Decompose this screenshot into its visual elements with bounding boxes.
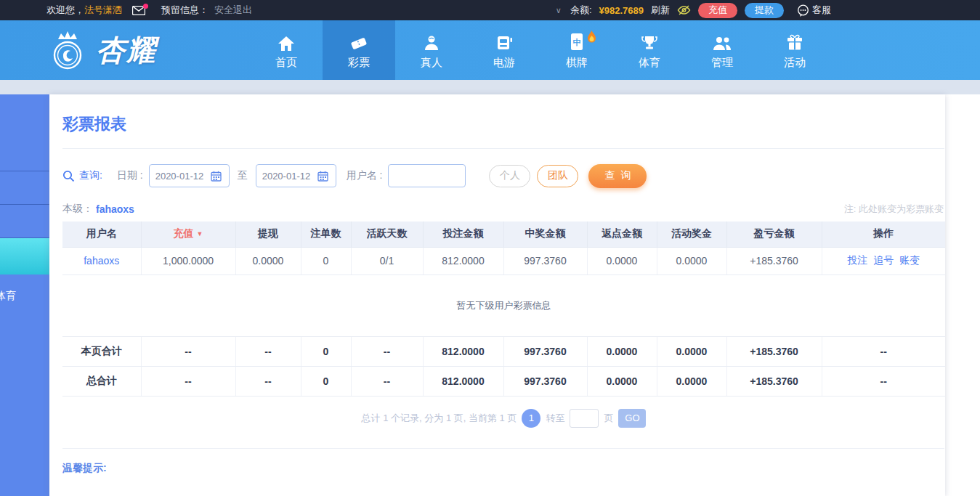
cell-profit: +185.3760 [726, 247, 822, 275]
deposit-button[interactable]: 充值 [698, 3, 737, 18]
nav-label: 电游 [493, 56, 515, 70]
brand-emblem-icon [45, 28, 90, 73]
col-header-profit: 盈亏金额 [726, 221, 822, 247]
account-change-note: 注: 此处账变为彩票账变 [844, 203, 944, 216]
col-header-withdraw: 提现 [235, 221, 301, 247]
total-cell: 0.0000 [657, 336, 726, 366]
total-cell: -- [235, 366, 301, 396]
date-from-input[interactable] [155, 171, 211, 182]
search-button[interactable]: 查询 [588, 164, 647, 188]
sidebar-item[interactable] [0, 171, 49, 205]
nav-item-chess[interactable]: 中 棋牌 [540, 20, 613, 80]
nav-item-sports[interactable]: 体育 [613, 20, 686, 80]
goto-page-input[interactable] [570, 409, 599, 428]
nav-item-live[interactable]: 真人 [395, 20, 468, 80]
col-header-bet-count: 注单数 [301, 221, 351, 247]
mail-icon[interactable] [132, 6, 145, 15]
col-header-bet-amount: 投注金额 [423, 221, 503, 247]
row-username-link[interactable]: fahaoxs [84, 255, 119, 267]
topbar: 欢迎您， 法号潇洒 预留信息： 安全退出 ∨ 余额: ¥982.7689 刷新 … [0, 0, 980, 20]
users-icon [712, 31, 732, 52]
sidebar-item-label: 体育 [0, 290, 16, 303]
col-header-rebate: 返点金额 [587, 221, 657, 247]
date-to-input[interactable] [262, 171, 317, 182]
customer-service-link[interactable]: 客服 [797, 4, 831, 17]
col-header-win-amount: 中奖金额 [503, 221, 587, 247]
divider [62, 148, 944, 149]
nav-item-lottery[interactable]: 彩票 [323, 20, 395, 80]
calendar-icon[interactable] [211, 171, 222, 182]
action-account-change-link[interactable]: 账变 [899, 254, 920, 266]
total-cell: 997.3760 [503, 336, 587, 366]
mahjong-tile-icon: 中 [570, 31, 584, 52]
col-header-bonus: 活动奖金 [657, 221, 726, 247]
balance-value: ¥982.7689 [599, 5, 644, 16]
total-cell: 0.0000 [587, 336, 657, 366]
sidebar-item[interactable] [0, 205, 49, 238]
action-bets-link[interactable]: 投注 [847, 254, 867, 266]
home-icon [278, 31, 295, 52]
go-button[interactable]: GO [618, 409, 646, 428]
crown-icon [58, 31, 77, 39]
svg-text:中: 中 [573, 38, 581, 46]
total-cell: -- [351, 366, 423, 396]
chat-bubble-icon [797, 4, 809, 17]
date-to-box [256, 164, 336, 187]
logout-link[interactable]: 安全退出 [214, 4, 252, 17]
empty-message: 暂无下级用户彩票信息 [62, 275, 945, 336]
personal-button[interactable]: 个人 [489, 165, 530, 187]
nav-label: 活动 [784, 56, 806, 70]
nav-item-home[interactable]: 首页 [250, 20, 323, 80]
total-op: -- [822, 336, 945, 366]
total-cell: -- [351, 336, 423, 366]
action-chase-link[interactable]: 追号 [873, 254, 894, 266]
level-row: 本级： fahaoxs 注: 此处账变为彩票账变 [62, 203, 945, 216]
table-header-row: 用户名 充值 ▼ 提现 注单数 活跃天数 投注金额 中奖金额 返点金额 活动奖金… [62, 221, 945, 247]
level-label: 本级： [62, 203, 93, 216]
nav-label: 棋牌 [566, 56, 588, 70]
slot-machine-icon [495, 31, 513, 52]
content: 体育 彩票报表 查询: 日期 : 至 用户名 : 个人 团队 查询 [0, 94, 980, 496]
col-header-username: 用户名 [62, 221, 141, 247]
total-cell: 812.0000 [423, 366, 503, 396]
total-cell: -- [235, 336, 301, 366]
team-button[interactable]: 团队 [537, 165, 578, 187]
calendar-icon[interactable] [317, 171, 328, 182]
total-cell: -- [141, 336, 235, 366]
nav-label: 体育 [639, 56, 660, 70]
col-header-label: 充值 [174, 227, 194, 239]
username-text: 法号潇洒 [84, 4, 122, 17]
query-bar: 查询: 日期 : 至 用户名 : 个人 团队 查询 [62, 163, 945, 188]
brand-logo[interactable]: 杏耀 [45, 20, 212, 80]
flame-icon [586, 31, 597, 44]
customer-service-label: 客服 [812, 4, 831, 17]
total-cell: 0 [301, 366, 351, 396]
nav-bottom-strip [0, 80, 980, 94]
page-unit-label: 页 [604, 412, 613, 425]
col-header-deposit-sort[interactable]: 充值 ▼ [141, 221, 235, 247]
total-profit: +185.3760 [726, 336, 822, 366]
sidebar-item-active[interactable] [0, 238, 49, 275]
nav-items: 首页 彩票 真人 电游 中 棋牌 体育 管理 活动 [250, 20, 831, 80]
mail-badge [143, 4, 148, 9]
refresh-link[interactable]: 刷新 [651, 4, 670, 17]
col-header-active-days: 活跃天数 [351, 221, 423, 247]
sidebar-item[interactable] [0, 94, 49, 171]
username-input[interactable] [388, 164, 466, 187]
total-cell: -- [141, 366, 235, 396]
nav-item-manage[interactable]: 管理 [686, 20, 758, 80]
cell-bet-amount: 812.0000 [423, 247, 503, 275]
page-title: 彩票报表 [62, 113, 945, 135]
eye-off-icon[interactable] [677, 5, 691, 15]
page-number-button[interactable]: 1 [522, 409, 540, 428]
nav-label: 彩票 [348, 56, 370, 70]
welcome-text: 欢迎您， [46, 4, 84, 17]
nav-item-egames[interactable]: 电游 [468, 20, 540, 80]
chevron-down-icon[interactable]: ∨ [556, 6, 562, 15]
sidebar-item-sports[interactable]: 体育 [0, 275, 49, 318]
withdraw-button[interactable]: 提款 [745, 3, 784, 18]
cell-bet-count: 0 [301, 247, 351, 275]
total-op: -- [822, 366, 945, 396]
nav-item-promo[interactable]: 活动 [758, 20, 831, 80]
trophy-icon [641, 31, 658, 52]
